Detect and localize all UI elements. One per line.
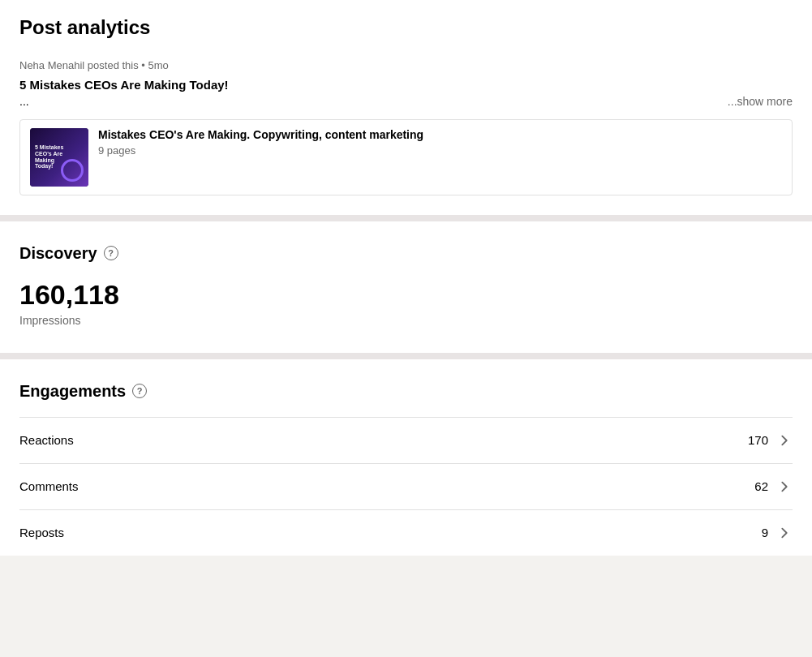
discovery-header: Discovery ? <box>19 244 793 263</box>
discovery-title: Discovery <box>19 244 97 263</box>
engagements-rows: Reactions 170 Comments 62 Re <box>19 417 793 556</box>
engagement-label: Reposts <box>19 526 64 539</box>
engagement-count: 9 <box>762 526 768 539</box>
discovery-section: Discovery ? 160,118 Impressions <box>0 221 812 359</box>
arrow-icon <box>776 525 793 541</box>
post-section: Post analytics Neha Menahil posted this … <box>0 0 812 221</box>
post-meta: Neha Menahil posted this • 5mo <box>19 59 793 71</box>
arrow-icon <box>776 479 793 495</box>
post-card[interactable]: 5 Mistakes CEO's Are Making Today! Mista… <box>19 119 793 195</box>
engagement-right: 170 <box>748 432 793 449</box>
post-preview-row: ... ...show more <box>19 95 793 108</box>
post-title: 5 Mistakes CEOs Are Making Today! <box>19 78 793 92</box>
post-preview-ellipsis: ... <box>19 95 29 108</box>
post-card-title: Mistakes CEO's Are Making. Copywriting, … <box>98 128 782 141</box>
post-card-subtitle: 9 pages <box>98 144 782 157</box>
engagement-row-reactions[interactable]: Reactions 170 <box>19 417 793 463</box>
engagement-right: 9 <box>762 525 793 541</box>
engagement-label: Reactions <box>19 433 74 447</box>
impressions-label: Impressions <box>19 314 793 327</box>
engagements-help-icon[interactable]: ? <box>132 384 147 398</box>
arrow-icon <box>776 432 793 449</box>
engagement-label: Comments <box>19 479 79 493</box>
post-card-content: Mistakes CEO's Are Making. Copywriting, … <box>98 128 782 157</box>
engagements-section: Engagements ? Reactions 170 Comments 62 <box>0 359 812 556</box>
page-container: Post analytics Neha Menahil posted this … <box>0 0 812 556</box>
thumbnail-decoration <box>61 159 84 182</box>
engagement-right: 62 <box>754 479 793 495</box>
engagements-header: Engagements ? <box>19 382 793 401</box>
post-thumbnail: 5 Mistakes CEO's Are Making Today! <box>30 128 88 187</box>
engagements-title: Engagements <box>19 382 126 401</box>
engagement-count: 62 <box>754 479 768 493</box>
show-more-button[interactable]: ...show more <box>728 95 793 108</box>
engagement-row-reposts[interactable]: Reposts 9 <box>19 509 793 556</box>
page-title: Post analytics <box>19 16 793 40</box>
impressions-number: 160,118 <box>19 279 793 311</box>
discovery-help-icon[interactable]: ? <box>104 246 118 260</box>
engagement-count: 170 <box>748 433 768 447</box>
engagement-row-comments[interactable]: Comments 62 <box>19 463 793 509</box>
